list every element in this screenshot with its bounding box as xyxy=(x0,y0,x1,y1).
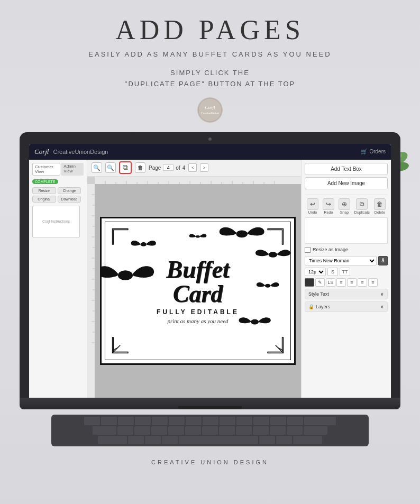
duplicate-page-button[interactable]: ⧉ xyxy=(119,161,132,174)
svg-line-42 xyxy=(113,347,118,350)
key xyxy=(276,436,292,444)
tt-button[interactable]: TT xyxy=(340,268,350,276)
duplicate-icon: ⧉ xyxy=(356,198,368,210)
sidebar-tab-admin[interactable]: Admin View xyxy=(61,163,84,176)
svg-line-44 xyxy=(278,347,284,350)
key xyxy=(287,417,303,425)
bold-font-button[interactable]: ã xyxy=(378,256,388,265)
align-justify-button[interactable]: ≡ xyxy=(368,278,378,287)
svg-line-41 xyxy=(113,345,121,353)
sidebar-btn-change[interactable]: Change xyxy=(58,187,81,194)
layers-chevron: ∨ xyxy=(380,304,384,309)
keyboard-row-1 xyxy=(53,417,367,425)
style-text-label: Style Text xyxy=(308,291,329,297)
card-title-line2: Card xyxy=(102,282,294,306)
svg-line-43 xyxy=(276,345,284,353)
key xyxy=(202,426,218,435)
laptop-camera xyxy=(208,138,212,141)
key xyxy=(259,436,275,444)
ruler-vertical xyxy=(87,184,95,398)
page-prev-button[interactable]: < xyxy=(188,163,197,172)
duplicate-tool[interactable]: ⧉ Duplicate xyxy=(354,198,370,214)
key xyxy=(134,426,150,435)
canvas-content[interactable]: Buffet Card FULLY EDITABLE print as many… xyxy=(95,184,301,398)
snap-icon: ⊕ xyxy=(339,198,350,210)
app-topbar-right: 🛒 Orders xyxy=(361,149,386,154)
key xyxy=(118,417,134,425)
layers-section[interactable]: 🔒 Layers ∨ xyxy=(305,301,388,312)
svg-point-0 xyxy=(198,98,222,122)
subtitle-2: SIMPLY CLICK THE "DUPLICATE PAGE" BUTTON… xyxy=(0,68,420,90)
strikethrough-button[interactable]: S xyxy=(327,268,338,276)
layers-label: Layers xyxy=(316,304,330,309)
align-right-button[interactable]: ≡ xyxy=(358,278,367,287)
app-topbar: Corjl CreativeUnionDesign 🛒 Orders xyxy=(29,144,391,160)
card-title-line1: Buffet xyxy=(102,258,294,282)
pencil-button[interactable]: ✎ xyxy=(315,278,325,287)
svg-point-46 xyxy=(140,242,147,246)
font-family-row: Times New Roman ã xyxy=(305,256,388,265)
sidebar-buttons: Resize Change Original Download xyxy=(32,187,84,203)
svg-point-47 xyxy=(196,235,200,238)
delete-tool[interactable]: 🗑 Delete xyxy=(374,198,386,214)
zoom-in-button[interactable]: 🔍 xyxy=(105,162,116,173)
align-left-button[interactable]: ≡ xyxy=(336,278,346,287)
canvas-area[interactable]: 🔍 🔍 ⧉ 🗑 Page xyxy=(87,160,301,398)
format-row: ✎ LS ≡ ≡ ≡ ≡ xyxy=(305,278,388,287)
delete-button[interactable]: 🗑 xyxy=(135,162,145,173)
page-number-input[interactable] xyxy=(163,164,174,171)
key xyxy=(253,426,269,435)
page-next-button[interactable]: > xyxy=(200,163,208,172)
sidebar-tabs: Customer View Admin View xyxy=(32,163,84,176)
key xyxy=(304,426,327,435)
sidebar-btn-resize[interactable]: Resize xyxy=(32,187,56,194)
svg-rect-25 xyxy=(87,184,95,398)
app-logo: Corjl xyxy=(34,148,49,156)
corjl-logo: Corjl CreativeMarket xyxy=(197,97,223,123)
ruler-horizontal xyxy=(95,177,301,184)
undo-tool[interactable]: ↩ Undo xyxy=(307,198,318,214)
cart-icon: 🛒 xyxy=(361,149,367,154)
key xyxy=(203,417,218,425)
resize-as-image-checkbox[interactable] xyxy=(305,247,311,253)
key xyxy=(270,417,286,425)
text-preview-box xyxy=(305,217,388,244)
add-new-image-button[interactable]: Add New Image xyxy=(305,177,388,189)
editor-toolbar: 🔍 🔍 ⧉ 🗑 Page xyxy=(87,160,301,177)
key xyxy=(98,436,127,444)
align-center-button[interactable]: ≡ xyxy=(347,278,357,287)
page-info: Page of 4 xyxy=(149,164,185,171)
subtitle-1: EASILY ADD AS MANY BUFFET CARDS AS YOU N… xyxy=(0,50,420,58)
key xyxy=(128,436,144,444)
laptop-screen: Corjl CreativeUnionDesign 🛒 Orders Custo… xyxy=(29,144,391,398)
color-swatch[interactable] xyxy=(305,278,314,287)
resize-as-image-row: Resize as Image xyxy=(305,247,388,253)
redo-icon: ↪ xyxy=(323,198,334,210)
app-brand: CreativeUnionDesign xyxy=(53,149,108,155)
font-size-select[interactable]: 12pt xyxy=(305,268,326,276)
font-family-select[interactable]: Times New Roman xyxy=(305,256,377,265)
footer: CREATIVE UNION DESIGN xyxy=(0,452,420,473)
add-text-box-button[interactable]: Add Text Box xyxy=(305,163,388,175)
right-panel: Add Text Box Add New Image ↩ Undo ↪ Redo xyxy=(301,160,391,398)
delete-icon: 🗑 xyxy=(374,198,386,210)
snap-tool[interactable]: ⊕ Snap xyxy=(339,198,350,214)
key xyxy=(179,436,258,444)
sidebar-btn-original[interactable]: Original xyxy=(32,196,56,203)
svg-text:CreativeMarket: CreativeMarket xyxy=(201,112,220,115)
keyboard-area xyxy=(0,409,420,452)
redo-tool[interactable]: ↪ Redo xyxy=(323,198,334,214)
svg-text:Corjl: Corjl xyxy=(205,105,215,110)
key xyxy=(145,436,161,444)
key xyxy=(293,436,322,444)
page-title: ADD PAGES xyxy=(0,15,420,45)
keyboard-visual xyxy=(51,415,369,446)
ls-button[interactable]: LS xyxy=(326,278,335,287)
card-tagline: print as many as you need xyxy=(102,318,294,324)
sidebar-tab-customer[interactable]: Customer View xyxy=(32,163,60,176)
undo-icon: ↩ xyxy=(307,198,318,210)
style-text-section[interactable]: Style Text ∨ xyxy=(305,289,388,299)
orders-label: Orders xyxy=(369,149,386,154)
zoom-out-button[interactable]: 🔍 xyxy=(92,162,102,173)
sidebar-btn-download[interactable]: Download xyxy=(58,196,81,203)
